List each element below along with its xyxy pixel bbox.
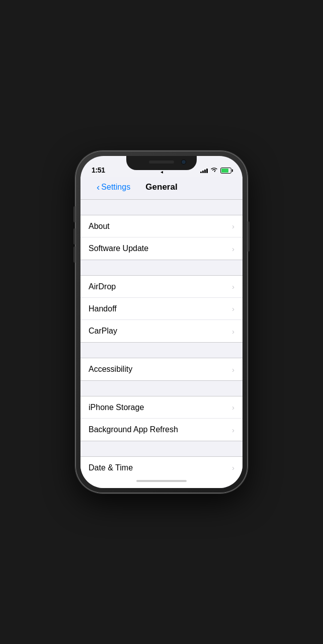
bar2 bbox=[202, 171, 204, 173]
status-icons bbox=[200, 167, 231, 174]
speaker bbox=[149, 160, 174, 164]
iphone-storage-chevron-icon: › bbox=[232, 403, 234, 412]
phone-frame: 1:51 ◂ bbox=[75, 151, 248, 493]
date-time-label: Date & Time bbox=[89, 463, 133, 472]
phone-screen: 1:51 ◂ bbox=[80, 156, 243, 488]
home-indicator bbox=[80, 474, 243, 488]
carplay-chevron-icon: › bbox=[232, 327, 234, 336]
section-group3: Accessibility › bbox=[80, 358, 243, 381]
home-bar bbox=[136, 480, 187, 482]
scroll-content[interactable]: About › Software Update › AirDrop › Hand… bbox=[80, 200, 243, 474]
background-app-refresh-chevron-icon: › bbox=[232, 426, 234, 434]
back-label: Settings bbox=[101, 183, 130, 192]
background-app-refresh-label: Background App Refresh bbox=[89, 425, 178, 434]
battery-fill bbox=[221, 169, 228, 173]
row-about[interactable]: About › bbox=[80, 215, 243, 237]
accessibility-label: Accessibility bbox=[89, 365, 132, 374]
bar3 bbox=[204, 170, 206, 173]
back-chevron-icon: ‹ bbox=[97, 182, 100, 192]
software-update-chevron-icon: › bbox=[232, 245, 234, 253]
section-group2: AirDrop › Handoff › CarPlay › bbox=[80, 275, 243, 343]
bar4 bbox=[206, 169, 208, 173]
row-date-time[interactable]: Date & Time › bbox=[80, 457, 243, 474]
section-group1: About › Software Update › bbox=[80, 215, 243, 260]
about-label: About bbox=[89, 222, 110, 231]
spacer-2 bbox=[80, 343, 243, 358]
iphone-storage-label: iPhone Storage bbox=[89, 403, 144, 412]
spacer-1 bbox=[80, 260, 243, 275]
about-chevron-icon: › bbox=[232, 222, 234, 230]
row-accessibility[interactable]: Accessibility › bbox=[80, 358, 243, 380]
notch bbox=[126, 156, 197, 170]
row-handoff[interactable]: Handoff › bbox=[80, 298, 243, 320]
row-carplay[interactable]: CarPlay › bbox=[80, 320, 243, 342]
battery-icon bbox=[220, 168, 231, 174]
row-background-app-refresh[interactable]: Background App Refresh › bbox=[80, 419, 243, 441]
spacer-3 bbox=[80, 381, 243, 396]
date-time-chevron-icon: › bbox=[232, 463, 234, 472]
airdrop-chevron-icon: › bbox=[232, 282, 234, 291]
section-group5: Date & Time › Keyboard › Language & Regi… bbox=[80, 456, 243, 474]
handoff-chevron-icon: › bbox=[232, 304, 234, 313]
back-button[interactable]: ‹ Settings bbox=[97, 183, 130, 192]
airdrop-label: AirDrop bbox=[89, 282, 116, 291]
row-airdrop[interactable]: AirDrop › bbox=[80, 276, 243, 298]
nav-bar: ‹ Settings General bbox=[80, 177, 243, 200]
spacer-4 bbox=[80, 441, 243, 456]
software-update-label: Software Update bbox=[89, 244, 148, 253]
carplay-label: CarPlay bbox=[89, 327, 117, 336]
camera bbox=[182, 160, 186, 164]
wifi-icon bbox=[210, 167, 218, 174]
section-group4: iPhone Storage › Background App Refresh … bbox=[80, 396, 243, 441]
page-title: General bbox=[145, 182, 177, 193]
handoff-label: Handoff bbox=[89, 304, 117, 313]
status-time: 1:51 bbox=[92, 166, 105, 174]
bar1 bbox=[200, 172, 202, 173]
signal-bars-icon bbox=[200, 168, 208, 173]
row-iphone-storage[interactable]: iPhone Storage › bbox=[80, 396, 243, 419]
spacer-top bbox=[80, 200, 243, 215]
row-software-update[interactable]: Software Update › bbox=[80, 237, 243, 260]
accessibility-chevron-icon: › bbox=[232, 365, 234, 374]
